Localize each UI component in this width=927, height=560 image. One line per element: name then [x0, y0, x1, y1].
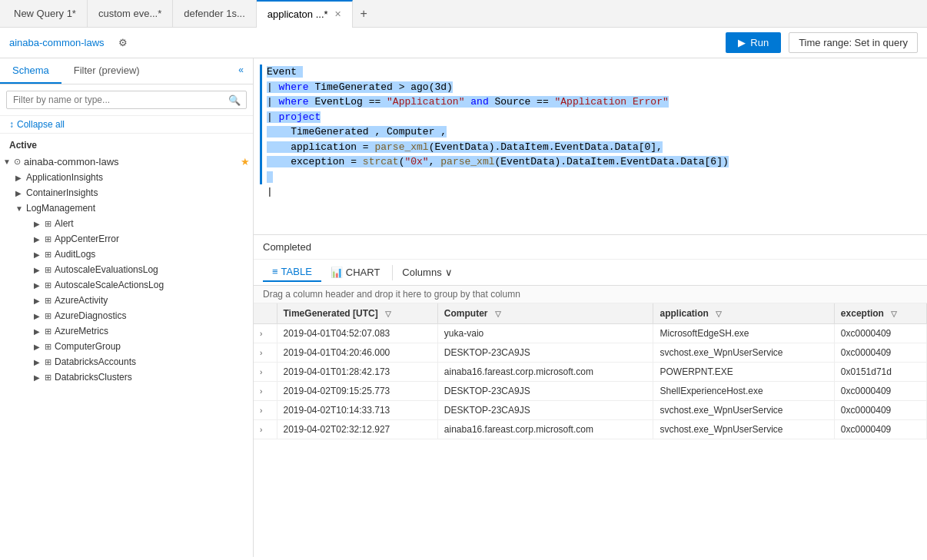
expand-cell[interactable]: ›	[254, 343, 277, 363]
sidebar-item-alert[interactable]: ▶ ⊞ Alert	[28, 216, 253, 231]
search-input[interactable]	[6, 91, 247, 109]
sidebar-item-databricksclusters[interactable]: ▶ ⊞ DatabricksClusters	[28, 369, 253, 385]
sidebar-item-autoscalescaleactionslog[interactable]: ▶ ⊞ AutoscaleScaleActionsLog	[28, 277, 253, 293]
sidebar-item-auditlogs[interactable]: ▶ ⊞ AuditLogs	[28, 247, 253, 262]
line-bar	[260, 80, 262, 95]
chart-view-button[interactable]: 📊 CHART	[321, 263, 390, 281]
cell-time: 2019-04-02T10:14:33.713	[277, 401, 437, 420]
table-row: › 2019-04-02T02:32:12.927 ainaba16.farea…	[254, 420, 927, 439]
tab-custom-eve[interactable]: custom eve...*	[88, 0, 173, 28]
editor-area[interactable]: Event | where TimeGenerated > ago(3d) | …	[254, 58, 927, 235]
th-computer[interactable]: Computer ▽	[437, 303, 653, 324]
expand-cell[interactable]: ›	[254, 382, 277, 401]
item-label: DatabricksAccounts	[55, 356, 136, 367]
chart-icon: 📊	[331, 267, 343, 278]
results-status: Completed	[254, 235, 927, 260]
tree-item-workspace[interactable]: ▼ ⊙ ainaba-common-laws ★	[0, 154, 253, 170]
settings-icon[interactable]: ⚙	[118, 37, 128, 48]
collapse-all-label: Collapse all	[17, 119, 65, 130]
drag-hint: Drag a column header and drop it here to…	[254, 286, 927, 303]
sidebar-item-azureactivity[interactable]: ▶ ⊞ AzureActivity	[28, 293, 253, 308]
line-bar	[260, 65, 262, 80]
arrow-icon: ▶	[34, 220, 45, 228]
editor-line-6: application = parse_xml(EventData).DataI…	[260, 140, 927, 155]
run-button[interactable]: ▶ Run	[726, 32, 781, 53]
toolbar-divider	[392, 265, 393, 280]
sidebar-item-azuremetrics[interactable]: ▶ ⊞ AzureMetrics	[28, 323, 253, 339]
table-view-button[interactable]: ≡ TABLE	[263, 263, 321, 282]
sidebar-item-azurediagnostics[interactable]: ▶ ⊞ AzureDiagnostics	[28, 308, 253, 323]
editor-line-7: exception = strcat("0x", parse_xml(Event…	[260, 154, 927, 170]
filter-icon-exception[interactable]: ▽	[891, 310, 897, 318]
arrow-icon: ▶	[34, 281, 45, 290]
arrow-icon: ▶	[15, 174, 26, 182]
sidebar-item-containerinsights[interactable]: ▶ ContainerInsights	[9, 185, 253, 200]
expand-icon[interactable]: ›	[260, 406, 262, 415]
results-area: Completed ≡ TABLE 📊 CHART Columns ∨ Drag…	[254, 235, 927, 557]
table-icon: ⊞	[45, 342, 52, 352]
cell-exception: 0xc0000409	[834, 343, 926, 363]
sidebar-body: Active ▼ ⊙ ainaba-common-laws ★ ▶ Applic…	[0, 134, 253, 557]
filter-icon-application[interactable]: ▽	[716, 310, 722, 318]
sidebar-item-computergroup[interactable]: ▶ ⊞ ComputerGroup	[28, 339, 253, 354]
filter-icon-computer[interactable]: ▽	[495, 310, 501, 318]
th-timegenerated[interactable]: TimeGenerated [UTC] ▽	[277, 303, 437, 324]
collapse-all-button[interactable]: ↕ Collapse all	[0, 116, 253, 134]
tab-schema[interactable]: Schema	[0, 58, 61, 84]
item-label: AzureActivity	[55, 295, 108, 306]
cell-application: svchost.exe_WpnUserService	[653, 343, 834, 363]
table-icon: ⊞	[45, 265, 52, 275]
item-label: ContainerInsights	[26, 187, 98, 198]
table-icon: ⊞	[45, 373, 52, 383]
th-exception[interactable]: exception ▽	[834, 303, 926, 324]
cell-computer: DESKTOP-23CA9JS	[437, 343, 653, 363]
tab-defender-1s[interactable]: defender 1s...	[173, 0, 257, 28]
tabs-bar: New Query 1* custom eve...* defender 1s.…	[0, 0, 927, 28]
table-row: › 2019-04-01T01:28:42.173 ainaba16.farea…	[254, 363, 927, 382]
sidebar-item-databricksaccounts[interactable]: ▶ ⊞ DatabricksAccounts	[28, 354, 253, 369]
line-bar	[260, 124, 262, 140]
tab-application[interactable]: applicaton ...* ✕	[257, 0, 353, 28]
sidebar-item-logmanagement[interactable]: ▼ LogManagement	[9, 200, 253, 216]
cell-computer: DESKTOP-23CA9JS	[437, 382, 653, 401]
tab-close-icon[interactable]: ✕	[334, 9, 341, 19]
workspace-name[interactable]: ainaba-common-laws	[9, 37, 105, 48]
time-range-button[interactable]: Time range: Set in query	[789, 32, 918, 53]
expand-cell[interactable]: ›	[254, 401, 277, 420]
expand-icon[interactable]: ›	[260, 387, 262, 396]
arrow-icon: ▶	[34, 327, 45, 336]
expand-cell[interactable]: ›	[254, 363, 277, 382]
col-label-time: TimeGenerated [UTC]	[284, 308, 378, 319]
expand-icon[interactable]: ›	[260, 330, 262, 338]
filter-icon-time[interactable]: ▽	[385, 310, 391, 318]
results-toolbar: ≡ TABLE 📊 CHART Columns ∨	[254, 260, 927, 286]
expand-icon[interactable]: ›	[260, 426, 262, 434]
star-icon[interactable]: ★	[241, 156, 250, 167]
sidebar-search-area: 🔍	[0, 84, 253, 116]
arrow-icon: ▶	[15, 189, 26, 197]
th-application[interactable]: application ▽	[653, 303, 834, 324]
cell-computer: DESKTOP-23CA9JS	[437, 401, 653, 420]
collapse-sidebar-button[interactable]: «	[229, 58, 253, 84]
workspace-icon: ⊙	[14, 157, 21, 167]
editor-results: Event | where TimeGenerated > ago(3d) | …	[254, 58, 927, 557]
section-active-label: Active	[0, 134, 253, 154]
add-tab-button[interactable]: +	[353, 0, 375, 28]
tab-label: New Query 1*	[14, 8, 76, 19]
table-row: › 2019-04-02T10:14:33.713 DESKTOP-23CA9J…	[254, 401, 927, 420]
columns-button[interactable]: Columns ∨	[396, 263, 458, 281]
expand-cell[interactable]: ›	[254, 324, 277, 343]
tab-filter[interactable]: Filter (preview)	[61, 58, 152, 84]
table-label: TABLE	[281, 266, 312, 277]
item-label: ComputerGroup	[55, 341, 121, 352]
expand-cell[interactable]: ›	[254, 420, 277, 439]
expand-icon[interactable]: ›	[260, 368, 262, 376]
arrow-icon: ▶	[34, 266, 45, 274]
expand-icon[interactable]: ›	[260, 349, 262, 357]
sidebar-item-appcentererror[interactable]: ▶ ⊞ AppCenterError	[28, 231, 253, 247]
sidebar-item-applicationinsights[interactable]: ▶ ApplicationInsights	[9, 170, 253, 185]
workspace-label: ainaba-common-laws	[24, 156, 119, 167]
sidebar-item-autoscaleevaluationslog[interactable]: ▶ ⊞ AutoscaleEvaluationsLog	[28, 262, 253, 277]
tab-new-query-1[interactable]: New Query 1*	[3, 0, 88, 28]
cell-exception: 0xc0000409	[834, 382, 926, 401]
